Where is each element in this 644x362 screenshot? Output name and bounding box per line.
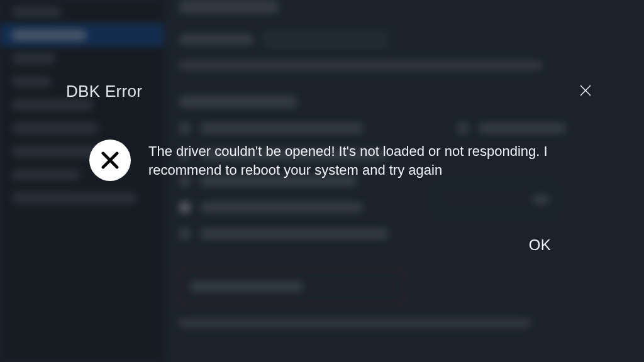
error-dialog: DBK Error The driver couldn't be opened!…: [0, 0, 644, 362]
dialog-message: The driver couldn't be opened! It's not …: [148, 140, 587, 179]
dialog-close-button[interactable]: [574, 80, 597, 103]
error-icon: [89, 140, 131, 181]
ok-button[interactable]: OK: [518, 233, 562, 258]
close-icon: [578, 83, 593, 101]
dialog-title: DBK Error: [66, 82, 142, 101]
